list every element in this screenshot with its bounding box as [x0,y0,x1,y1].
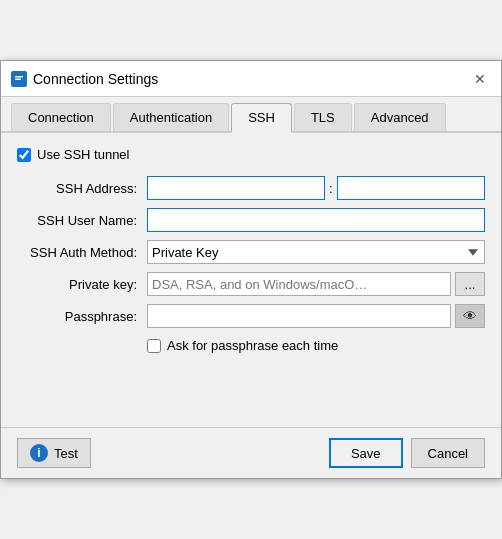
passphrase-label: Passphrase: [17,309,147,324]
ask-passphrase-label: Ask for passphrase each time [167,338,338,353]
ask-passphrase-row: Ask for passphrase each time [17,338,485,353]
ssh-auth-method-control: Private Key Password [147,240,485,264]
tab-ssh[interactable]: SSH [231,103,292,133]
app-icon [11,71,27,87]
ssh-address-row: SSH Address: : 22 [17,176,485,200]
private-key-row: Private key: ... [17,272,485,296]
ssh-auth-method-select[interactable]: Private Key Password [147,240,485,264]
ssh-user-name-control [147,208,485,232]
svg-rect-2 [15,78,21,80]
ssh-user-name-input[interactable] [147,208,485,232]
tab-authentication[interactable]: Authentication [113,103,229,131]
ssh-user-name-row: SSH User Name: [17,208,485,232]
tab-content: Use SSH tunnel SSH Address: : 22 SSH Use… [1,133,501,427]
tab-advanced[interactable]: Advanced [354,103,446,131]
window-title: Connection Settings [33,71,158,87]
private-key-label: Private key: [17,277,147,292]
browse-button[interactable]: ... [455,272,485,296]
passphrase-row: Passphrase: 👁 [17,304,485,328]
ssh-address-input[interactable] [147,176,325,200]
use-ssh-tunnel-row: Use SSH tunnel [17,147,485,162]
test-button[interactable]: i Test [17,438,91,468]
ssh-user-name-label: SSH User Name: [17,213,147,228]
content-spacer [17,353,485,413]
eye-icon: 👁 [463,308,477,324]
svg-rect-1 [15,76,23,78]
use-ssh-tunnel-checkbox[interactable] [17,148,31,162]
cancel-button[interactable]: Cancel [411,438,485,468]
passphrase-input[interactable] [147,304,451,328]
svg-rect-0 [13,73,25,83]
close-button[interactable]: ✕ [469,68,491,90]
port-colon: : [329,181,333,196]
tab-bar: Connection Authentication SSH TLS Advanc… [1,97,501,133]
test-button-label: Test [54,446,78,461]
title-bar-left: Connection Settings [11,71,158,87]
tab-tls[interactable]: TLS [294,103,352,131]
ssh-port-input[interactable]: 22 [337,176,485,200]
show-passphrase-button[interactable]: 👁 [455,304,485,328]
tab-connection[interactable]: Connection [11,103,111,131]
ask-passphrase-checkbox[interactable] [147,339,161,353]
connection-settings-dialog: Connection Settings ✕ Connection Authent… [0,60,502,479]
ssh-address-label: SSH Address: [17,181,147,196]
info-icon: i [30,444,48,462]
use-ssh-tunnel-label: Use SSH tunnel [37,147,130,162]
ssh-auth-method-row: SSH Auth Method: Private Key Password [17,240,485,264]
footer: i Test Save Cancel [1,427,501,478]
private-key-input[interactable] [147,272,451,296]
save-button[interactable]: Save [329,438,403,468]
ssh-auth-method-label: SSH Auth Method: [17,245,147,260]
title-bar: Connection Settings ✕ [1,61,501,97]
